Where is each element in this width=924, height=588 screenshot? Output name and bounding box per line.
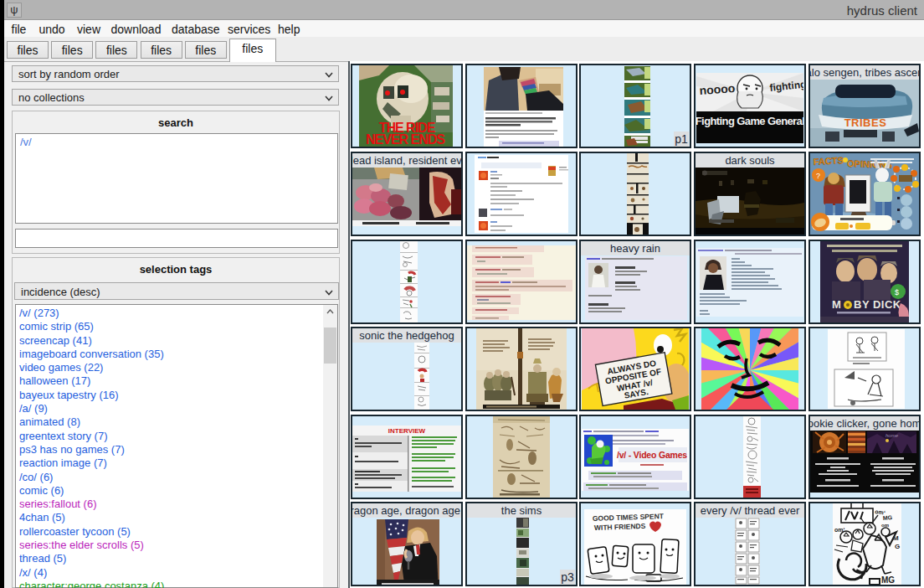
svg-text:INTERVIEW: INTERVIEW xyxy=(388,427,426,435)
svg-text:/v/ - Video Games: /v/ - Video Games xyxy=(617,449,687,459)
svg-text:?: ? xyxy=(816,172,820,180)
svg-text:M: M xyxy=(832,298,841,311)
svg-text:om: om xyxy=(881,523,889,528)
svg-text:M: M xyxy=(893,534,899,542)
svg-text:$: $ xyxy=(895,288,899,297)
svg-text:home: home xyxy=(886,433,899,438)
svg-text:NEVER ENDS: NEVER ENDS xyxy=(366,132,445,147)
svg-text:omʻ: omʻ xyxy=(834,527,845,533)
svg-text:BY DICK: BY DICK xyxy=(854,298,901,311)
svg-text:MG: MG xyxy=(881,575,895,585)
svg-text:FACTS: FACTS xyxy=(813,155,844,167)
svg-text:G: G xyxy=(895,543,900,550)
svg-text:MG: MG xyxy=(883,514,893,521)
svg-text:noooo: noooo xyxy=(699,81,736,97)
svg-text:TRIBES: TRIBES xyxy=(844,116,887,129)
svg-text:Fighting Game General: Fighting Game General xyxy=(696,115,803,127)
